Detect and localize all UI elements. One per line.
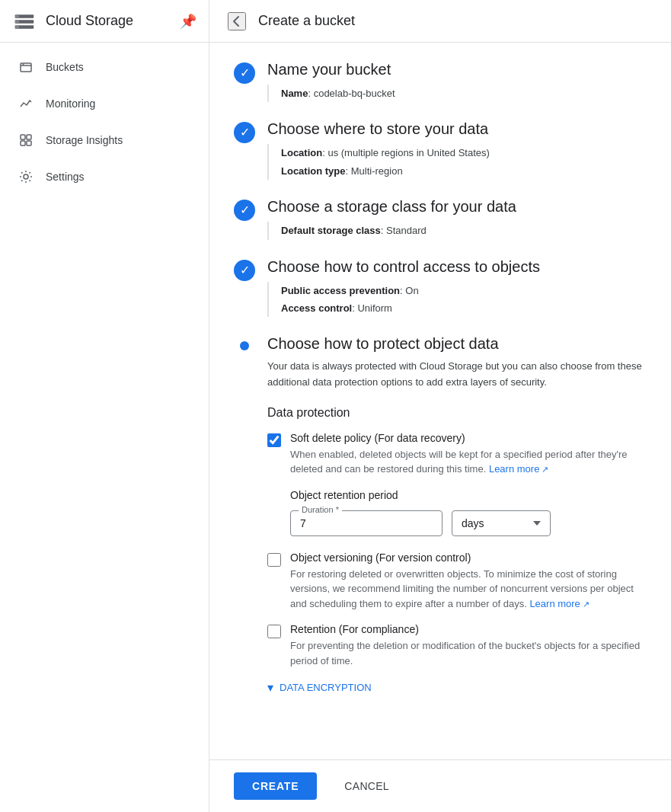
sidebar-nav: Buckets Monitoring <box>0 43 209 201</box>
soft-delete-item: Soft delete policy (For data recovery) W… <box>267 432 647 477</box>
step-access: ✓ Choose how to control access to object… <box>234 258 647 318</box>
page-title: Create a bucket <box>258 13 355 29</box>
step-location-body: Choose where to store your data Location… <box>267 120 647 180</box>
duration-unit-select[interactable]: days weeks months years <box>452 510 551 536</box>
create-button[interactable]: CREATE <box>234 772 317 800</box>
step-location-details: Location: us (multiple regions in United… <box>267 144 647 180</box>
object-versioning-desc: For restoring deleted or overwritten obj… <box>290 567 647 612</box>
footer: CREATE CANCEL <box>209 759 671 812</box>
retention-inputs: Duration * days weeks months years <box>290 510 647 536</box>
retention-item: Retention (For compliance) For preventin… <box>267 623 647 668</box>
object-versioning-item: Object versioning (For version control) … <box>267 551 647 612</box>
step-storage-class: ✓ Choose a storage class for your data D… <box>234 198 647 239</box>
duration-input-wrap: Duration * <box>290 510 443 536</box>
step-protect-description: Your data is always protected with Cloud… <box>267 359 647 391</box>
step-access-details: Public access prevention: On Access cont… <box>267 282 647 318</box>
step-location-heading: Choose where to store your data <box>267 120 647 138</box>
step-location-detail-1: Location type: Multi-region <box>281 162 647 180</box>
cloud-storage-logo <box>12 9 37 34</box>
data-protection-title: Data protection <box>267 406 647 420</box>
step-protect: Choose how to protect object data Your d… <box>234 335 647 713</box>
encryption-label: DATA ENCRYPTION <box>280 682 372 693</box>
soft-delete-checkbox[interactable] <box>267 433 281 447</box>
retention-period-label: Object retention period <box>290 489 647 501</box>
insights-icon <box>18 133 34 148</box>
buckets-icon <box>18 59 34 75</box>
svg-rect-5 <box>15 25 19 28</box>
step-location-icon: ✓ <box>234 122 255 143</box>
step-access-icon: ✓ <box>234 260 255 281</box>
svg-rect-11 <box>27 141 31 145</box>
svg-rect-6 <box>21 63 31 72</box>
sidebar-item-settings[interactable]: Settings <box>0 158 197 195</box>
step-name-icon: ✓ <box>234 62 255 84</box>
object-versioning-label: Object versioning (For version control) <box>290 551 647 564</box>
step-access-heading: Choose how to control access to objects <box>267 258 647 276</box>
step-name: ✓ Name your bucket Name: codelab-bq-buck… <box>234 61 647 102</box>
sidebar-header: Cloud Storage 📌 <box>0 0 209 43</box>
step-access-detail-1: Access control: Uniform <box>281 299 647 317</box>
svg-point-12 <box>24 174 28 179</box>
step-location-detail-0: Location: us (multiple regions in United… <box>281 144 647 161</box>
sidebar-item-storage-insights[interactable]: Storage Insights <box>0 122 197 158</box>
svg-rect-8 <box>21 135 25 139</box>
encryption-toggle[interactable]: ▾ DATA ENCRYPTION <box>267 680 647 695</box>
step-storage-class-heading: Choose a storage class for your data <box>267 198 647 216</box>
object-versioning-learn-more[interactable]: Learn more <box>529 598 590 609</box>
svg-rect-4 <box>15 20 19 23</box>
step-protect-heading: Choose how to protect object data <box>267 335 647 353</box>
soft-delete-label: Soft delete policy (For data recovery) <box>290 432 647 444</box>
monitoring-label: Monitoring <box>46 98 95 110</box>
sidebar-item-buckets[interactable]: Buckets <box>0 49 197 85</box>
step-storage-class-details: Default storage class: Standard <box>267 222 647 239</box>
step-access-body: Choose how to control access to objects … <box>267 258 647 318</box>
settings-label: Settings <box>46 171 85 183</box>
svg-rect-10 <box>21 141 25 145</box>
soft-delete-content: Soft delete policy (For data recovery) W… <box>290 432 647 477</box>
step-access-detail-0: Public access prevention: On <box>281 282 647 299</box>
step-name-detail-0: Name: codelab-bq-bucket <box>281 85 647 102</box>
retention-checkbox[interactable] <box>267 625 281 638</box>
object-versioning-checkbox[interactable] <box>267 553 281 567</box>
retention-period-section: Object retention period Duration * days … <box>290 489 647 536</box>
duration-label: Duration * <box>299 505 342 514</box>
main-panel: Create a bucket ✓ Name your bucket Name:… <box>209 0 671 812</box>
step-location: ✓ Choose where to store your data Locati… <box>234 120 647 180</box>
duration-input[interactable] <box>300 517 433 529</box>
step-name-body: Name your bucket Name: codelab-bq-bucket <box>267 61 647 102</box>
sidebar: Cloud Storage 📌 Buckets <box>0 0 209 812</box>
retention-label: Retention (For compliance) <box>290 623 647 635</box>
svg-rect-3 <box>15 14 19 18</box>
soft-delete-desc: When enabled, deleted objects will be ke… <box>290 447 647 477</box>
step-name-heading: Name your bucket <box>267 61 647 78</box>
step-storage-class-body: Choose a storage class for your data Def… <box>267 198 647 239</box>
sidebar-item-monitoring[interactable]: Monitoring <box>0 85 197 122</box>
soft-delete-learn-more[interactable]: Learn more <box>489 463 549 475</box>
cancel-button[interactable]: CANCEL <box>326 772 407 800</box>
chevron-down-icon: ▾ <box>267 680 273 695</box>
storage-insights-label: Storage Insights <box>46 134 123 146</box>
main-header: Create a bucket <box>209 0 671 43</box>
retention-desc: For preventing the deletion or modificat… <box>290 638 647 668</box>
step-name-details: Name: codelab-bq-bucket <box>267 85 647 102</box>
object-versioning-content: Object versioning (For version control) … <box>290 551 647 612</box>
settings-icon <box>18 169 34 184</box>
svg-point-7 <box>23 64 24 66</box>
step-protect-icon <box>234 337 255 358</box>
monitoring-icon <box>18 96 34 111</box>
buckets-label: Buckets <box>46 61 84 73</box>
app-title: Cloud Storage <box>46 13 133 29</box>
retention-content: Retention (For compliance) For preventin… <box>290 623 647 668</box>
svg-rect-9 <box>27 135 31 139</box>
step-storage-class-icon: ✓ <box>234 200 255 221</box>
back-button[interactable] <box>228 12 246 30</box>
step-protect-body: Choose how to protect object data Your d… <box>267 335 647 713</box>
main-content: ✓ Name your bucket Name: codelab-bq-buck… <box>209 43 671 759</box>
pin-icon: 📌 <box>180 13 197 30</box>
step-storage-class-detail-0: Default storage class: Standard <box>281 222 647 239</box>
